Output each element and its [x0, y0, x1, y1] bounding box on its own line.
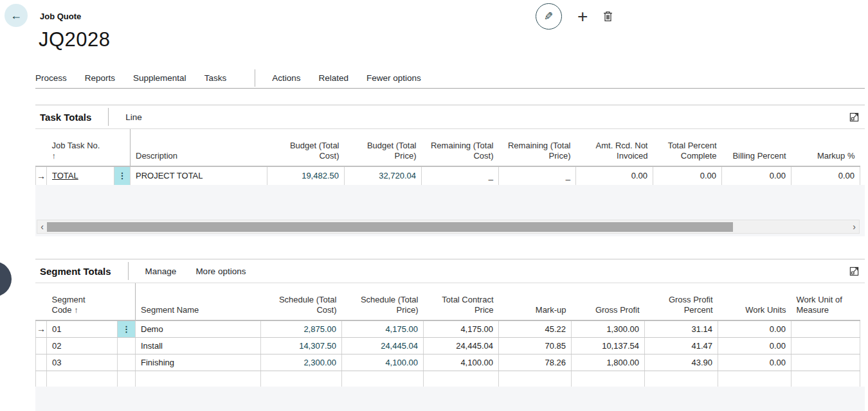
- task-row[interactable]: → TOTAL ⋮ PROJECT TOTAL 19,482.50 32,720…: [36, 166, 860, 185]
- cell-gross-profit-percent[interactable]: 41.47: [645, 337, 718, 354]
- cell-remaining-total-price[interactable]: _: [499, 166, 576, 185]
- col-header-billing-percent[interactable]: Billing Percent: [722, 129, 791, 166]
- cell-work-unit-of-measure[interactable]: [791, 320, 860, 337]
- menu-related[interactable]: Related: [318, 73, 348, 83]
- scrollbar-track[interactable]: [47, 220, 849, 233]
- col-header-description[interactable]: Description: [131, 129, 267, 166]
- menu-fewer-options[interactable]: Fewer options: [366, 73, 421, 83]
- cell-work-unit-of-measure[interactable]: [791, 354, 860, 371]
- menu-supplemental[interactable]: Supplemental: [133, 73, 186, 83]
- cell-schedule-total-price[interactable]: 24,445.04: [342, 337, 424, 354]
- cell-mark-up[interactable]: 78.26: [499, 354, 572, 371]
- scroll-left-icon[interactable]: ‹: [37, 222, 47, 232]
- back-button[interactable]: ←: [5, 4, 28, 27]
- menu-manage[interactable]: Manage: [145, 267, 177, 276]
- cell-description[interactable]: PROJECT TOTAL: [131, 166, 267, 185]
- focus-mode-icon[interactable]: [849, 267, 859, 276]
- cell-segment-code[interactable]: 01: [47, 320, 118, 337]
- cell-schedule-total-price[interactable]: 4,175.00: [342, 320, 424, 337]
- row-menu-button[interactable]: [118, 337, 136, 354]
- cell-total-contract-price[interactable]: 4,175.00: [424, 320, 499, 337]
- row-menu-button[interactable]: ⋮: [114, 166, 131, 185]
- row-menu-button[interactable]: [118, 371, 136, 387]
- menu-tasks[interactable]: Tasks: [204, 73, 227, 83]
- segment-row[interactable]: 02 Install 14,307.50 24,445.04 24,445.04…: [36, 337, 860, 354]
- job-task-no-link[interactable]: TOTAL: [52, 171, 78, 180]
- cell-budget-total-price[interactable]: 32,720.04: [345, 166, 422, 185]
- col-header-amt-rcd-not-invoiced[interactable]: Amt. Rcd. Not Invoiced: [576, 129, 653, 166]
- cell-segment-code[interactable]: [47, 371, 118, 387]
- segment-row[interactable]: 03 Finishing 2,300.00 4,100.00 4,100.00 …: [36, 354, 860, 371]
- cell-work-unit-of-measure[interactable]: [791, 337, 860, 354]
- cell-segment-name[interactable]: [136, 371, 261, 387]
- cell-schedule-total-price[interactable]: 4,100.00: [342, 354, 424, 371]
- col-header-remaining-total-cost[interactable]: Remaining (Total Cost): [422, 129, 499, 166]
- cell-segment-name[interactable]: Finishing: [136, 354, 261, 371]
- cell-amt-rcd-not-invoiced[interactable]: 0.00: [576, 166, 653, 185]
- cell-gross-profit-percent[interactable]: 43.90: [645, 354, 718, 371]
- delete-button[interactable]: [603, 11, 613, 22]
- cell-total-percent-complete[interactable]: 0.00: [653, 166, 722, 185]
- row-menu-button[interactable]: ⋮: [118, 320, 136, 337]
- menu-reports[interactable]: Reports: [85, 73, 115, 83]
- cell-schedule-total-cost[interactable]: 2,300.00: [261, 354, 342, 371]
- focus-mode-icon[interactable]: [849, 112, 859, 122]
- cell-mark-up[interactable]: 45.22: [499, 320, 572, 337]
- cell-total-contract-price[interactable]: [424, 371, 499, 387]
- col-header-schedule-total-cost[interactable]: Schedule (Total Cost): [261, 283, 342, 320]
- cell-gross-profit-percent[interactable]: 31.14: [645, 320, 718, 337]
- col-header-gross-profit[interactable]: Gross Profit: [572, 283, 645, 320]
- cell-total-contract-price[interactable]: 4,100.00: [424, 354, 499, 371]
- col-header-work-unit-of-measure[interactable]: Work Unit of Measure: [791, 283, 860, 320]
- menu-line[interactable]: Line: [125, 112, 142, 122]
- cell-schedule-total-cost[interactable]: 2,875.00: [261, 320, 342, 337]
- cell-gross-profit[interactable]: [572, 371, 645, 387]
- cell-work-units[interactable]: 0.00: [718, 354, 791, 371]
- col-header-total-contract-price[interactable]: Total Contract Price: [424, 283, 499, 320]
- cell-segment-code[interactable]: 03: [47, 354, 118, 371]
- scrollbar-thumb[interactable]: [47, 222, 733, 232]
- cell-schedule-total-cost[interactable]: [261, 371, 342, 387]
- col-header-segment-code[interactable]: Segment Code ↑: [47, 283, 136, 320]
- side-panel-handle[interactable]: [0, 261, 12, 297]
- cell-work-unit-of-measure[interactable]: [791, 371, 860, 387]
- col-header-remaining-total-price[interactable]: Remaining (Total Price): [499, 129, 576, 166]
- col-header-segment-name[interactable]: Segment Name: [136, 283, 261, 320]
- cell-job-task-no[interactable]: TOTAL: [47, 166, 114, 185]
- cell-segment-name[interactable]: Demo: [136, 320, 261, 337]
- menu-more-options[interactable]: More options: [195, 267, 246, 276]
- col-header-gross-profit-percent[interactable]: Gross Profit Percent: [645, 283, 718, 320]
- cell-billing-percent[interactable]: 0.00: [722, 166, 791, 185]
- col-header-job-task-no[interactable]: Job Task No. ↑: [47, 129, 131, 166]
- segment-row[interactable]: → 01 ⋮ Demo 2,875.00 4,175.00 4,175.00 4…: [36, 320, 860, 337]
- col-header-budget-total-cost[interactable]: Budget (Total Cost): [267, 129, 345, 166]
- cell-budget-total-cost[interactable]: 19,482.50: [267, 166, 345, 185]
- cell-markup-pct[interactable]: 0.00: [791, 166, 860, 185]
- cell-gross-profit[interactable]: 1,800.00: [572, 354, 645, 371]
- menu-process[interactable]: Process: [35, 73, 67, 83]
- col-header-markup-pct[interactable]: Markup %: [791, 129, 860, 166]
- col-header-schedule-total-price[interactable]: Schedule (Total Price): [342, 283, 424, 320]
- menu-actions[interactable]: Actions: [272, 73, 300, 83]
- cell-gross-profit[interactable]: 1,300.00: [572, 320, 645, 337]
- cell-gross-profit[interactable]: 10,137.54: [572, 337, 645, 354]
- col-header-budget-total-price[interactable]: Budget (Total Price): [345, 129, 422, 166]
- cell-schedule-total-cost[interactable]: 14,307.50: [261, 337, 342, 354]
- cell-total-contract-price[interactable]: 24,445.04: [424, 337, 499, 354]
- cell-schedule-total-price[interactable]: [342, 371, 424, 387]
- cell-remaining-total-cost[interactable]: _: [422, 166, 499, 185]
- col-header-work-units[interactable]: Work Units: [718, 283, 791, 320]
- edit-button[interactable]: ✎: [536, 3, 562, 30]
- cell-work-units[interactable]: 0.00: [718, 320, 791, 337]
- row-menu-button[interactable]: [118, 354, 136, 371]
- cell-gross-profit-percent[interactable]: [645, 371, 718, 387]
- cell-segment-code[interactable]: 02: [47, 337, 118, 354]
- col-header-total-percent-complete[interactable]: Total Percent Complete: [653, 129, 722, 166]
- col-header-mark-up[interactable]: Mark-up: [499, 283, 572, 320]
- cell-work-units[interactable]: [718, 371, 791, 387]
- new-button[interactable]: +: [577, 8, 588, 26]
- scroll-right-icon[interactable]: ›: [849, 222, 859, 232]
- cell-segment-name[interactable]: Install: [136, 337, 261, 354]
- cell-work-units[interactable]: 0.00: [718, 337, 791, 354]
- cell-mark-up[interactable]: 70.85: [499, 337, 572, 354]
